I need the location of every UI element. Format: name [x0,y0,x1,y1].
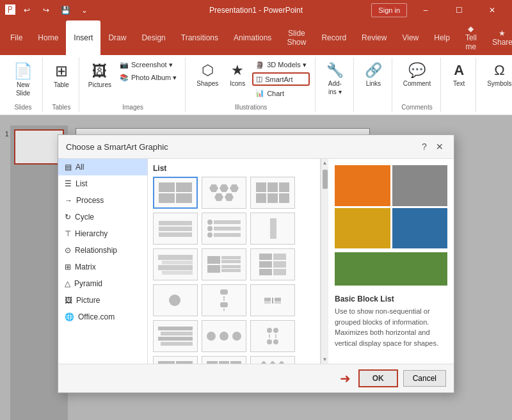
grid-item-14[interactable] [202,320,246,352]
preview-box-green [335,252,447,286]
ok-button[interactable]: OK [358,369,398,387]
cancel-button[interactable]: Cancel [403,370,446,387]
ribbon-group-addins: 🔧 Add- ins ▾ [317,58,354,112]
screenshot-button[interactable]: 📷 Screenshot ▾ [116,59,180,71]
symbols-button[interactable]: Ω Symbols [483,59,512,90]
grid-item-1[interactable] [153,177,198,209]
tab-file[interactable]: File [3,20,30,55]
scroll-down-button[interactable]: ▼ [321,355,329,364]
grid-item-15[interactable] [250,320,295,352]
grid-item-4[interactable] [153,213,198,245]
grid-item-11[interactable] [202,284,246,316]
dialog-titlebar: Choose a SmartArt Graphic ? ✕ [58,135,454,159]
grid-item-7[interactable] [153,248,198,280]
links-icon: 🔗 [365,62,382,79]
tab-transitions[interactable]: Transitions [173,20,226,55]
tab-help[interactable]: Help [426,20,458,55]
grid-item-10[interactable] [153,284,198,316]
smartart-grid [153,177,315,364]
comments-group-label: Comments [401,101,432,111]
smartart-icon: ◫ [256,75,262,83]
preview-description: Use to show non-sequential or grouped bl… [335,306,447,348]
smartart-dialog: Choose a SmartArt Graphic ? ✕ ▤ All ☰ Li… [58,134,454,393]
grid-item-13[interactable] [153,320,198,352]
ribbon-group-slides: 📄 New Slide Slides [4,58,43,112]
table-button[interactable]: ⊞ Table [49,59,74,92]
tab-insert[interactable]: Insert [66,20,100,55]
3d-models-button[interactable]: 🗿 3D Models ▾ [252,59,310,71]
comment-icon: 💬 [408,62,426,79]
grid-item-2[interactable] [202,177,246,209]
smartart-button[interactable]: ◫ SmartArt [252,72,310,86]
category-hierarchy[interactable]: ⊤ Hierarchy [58,225,147,242]
tab-share[interactable]: ★ Share [484,20,512,55]
grid-item-17[interactable] [202,356,246,364]
dialog-controls: ? ✕ [418,140,446,153]
tab-design[interactable]: Design [134,20,173,55]
customize-qat-button[interactable]: ⌄ [77,3,92,18]
chart-button[interactable]: 📊 Chart [252,87,310,99]
sign-in-button[interactable]: Sign in [371,3,407,17]
grid-item-6[interactable] [250,213,295,245]
dialog-close-button[interactable]: ✕ [433,140,446,153]
save-button[interactable]: 💾 [58,3,73,18]
category-process[interactable]: → Process [58,192,147,209]
category-pyramid[interactable]: △ Pyramid [58,275,147,292]
tab-home[interactable]: Home [30,20,66,55]
scroll-up-button[interactable]: ▲ [321,159,329,167]
tab-animations[interactable]: Animations [226,20,279,55]
minimize-button[interactable]: – [411,0,440,20]
dialog-scrollbar[interactable]: ▲ ▼ [321,159,328,364]
undo-button[interactable]: ↩ [19,3,35,18]
pictures-button[interactable]: 🖼 Pictures [86,59,114,92]
preview-area [335,165,447,286]
category-matrix[interactable]: ⊞ Matrix [58,259,147,275]
tab-draw[interactable]: Draw [100,20,134,55]
text-button[interactable]: A Text [447,59,470,90]
icons-icon: ★ [231,62,244,79]
preview-box-gray [392,165,448,206]
links-button[interactable]: 🔗 Links [360,59,387,90]
close-button[interactable]: ✕ [477,0,507,20]
category-relationship[interactable]: ⊙ Relationship [58,242,147,259]
shapes-button[interactable]: ⬡ Shapes [192,59,223,90]
grid-item-9[interactable] [250,248,295,280]
scroll-track [323,167,328,355]
photo-album-button[interactable]: 📚 Photo Album ▾ [116,72,180,84]
tab-tellme[interactable]: ◆ Tell me [458,20,484,55]
tab-review[interactable]: Review [354,20,394,55]
office-com-icon: 🌐 [65,312,74,321]
chart-icon: 📊 [255,89,264,97]
new-slide-button[interactable]: 📄 New Slide [9,59,37,100]
ribbon-group-images: 🖼 Pictures 📷 Screenshot ▾ 📚 Photo Album … [81,58,186,112]
illustrations-group-items: ⬡ Shapes ★ Icons 🗿 3D Models ▾ ◫ SmartAr… [192,59,309,100]
dialog-help-button[interactable]: ? [418,140,431,153]
redo-button[interactable]: ↪ [38,3,54,18]
icons-button[interactable]: ★ Icons [225,59,250,90]
ribbon-group-tables: ⊞ Table Tables [44,58,79,112]
photo-album-icon: 📚 [120,74,129,82]
category-list[interactable]: ☰ List [58,175,147,192]
comment-button[interactable]: 💬 Comment [399,59,435,90]
ribbon-group-symbols: Ω Symbols [477,58,512,112]
grid-item-12[interactable] [250,284,295,316]
category-all[interactable]: ▤ All [58,159,147,175]
category-office-com[interactable]: 🌐 Office.com [58,309,147,325]
addins-button[interactable]: 🔧 Add- ins ▾ [322,59,348,99]
grid-item-18[interactable] [250,356,295,364]
grid-item-16[interactable] [153,356,198,364]
grid-item-5[interactable] [202,213,246,245]
dialog-body: ▤ All ☰ List → Process ↻ Cycle ⊤ Hiera [58,159,454,364]
tab-record[interactable]: Record [314,20,354,55]
restore-button[interactable]: ☐ [444,0,474,20]
preview-box-blue [392,208,448,249]
ribbon-group-links: 🔗 Links [355,58,392,112]
symbols-icon: Ω [494,62,504,79]
category-picture[interactable]: 🖼 Picture [58,292,147,309]
ribbon: File Home Insert Draw Design Transitions… [0,20,512,115]
tab-slideshow[interactable]: Slide Show [279,20,314,55]
tab-view[interactable]: View [394,20,426,55]
category-cycle[interactable]: ↻ Cycle [58,209,147,225]
grid-item-3[interactable] [250,177,295,209]
grid-item-8[interactable] [202,248,246,280]
